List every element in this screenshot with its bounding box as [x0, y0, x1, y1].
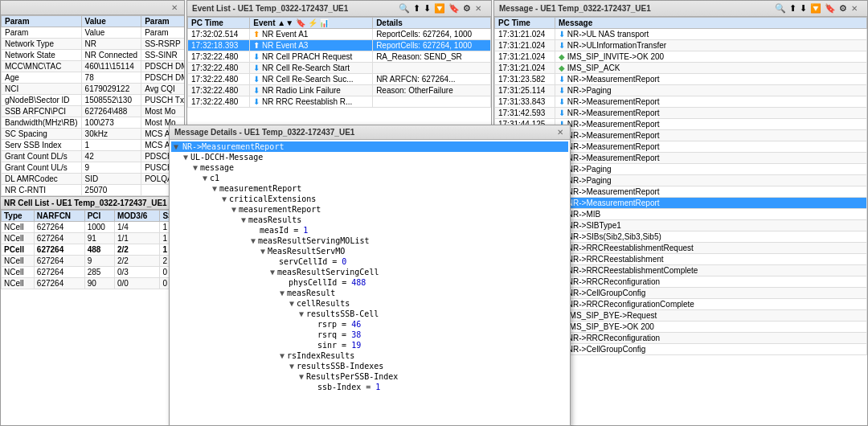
right-panel-close-icon[interactable]: ✕ — [850, 4, 859, 13]
tree-node-label[interactable]: ResultsPerSSB-Index — [306, 372, 398, 381]
msg-down-icon[interactable]: ⬇ — [799, 2, 808, 14]
tree-toggle-icon[interactable]: ▼ — [277, 351, 287, 360]
tree-node[interactable]: rsrq = 38 — [171, 330, 568, 340]
message-row[interactable]: 17:31:23.582⬇ NR->MeasurementReport — [495, 74, 867, 85]
msg-settings-icon[interactable]: ⚙ — [838, 2, 848, 14]
event-filter-icon[interactable]: 🔽 — [433, 2, 446, 14]
tree-container[interactable]: ▼ NR->MeasurementReport▼ UL-DCCH-Message… — [170, 140, 570, 425]
tree-node[interactable]: measId = 1 — [171, 225, 568, 236]
tree-node-label[interactable]: message — [200, 163, 234, 172]
msg-search-icon[interactable]: 🔍 — [774, 2, 787, 14]
tree-node[interactable]: ▼ NR->MeasurementReport — [171, 141, 568, 152]
event-row[interactable]: 17:32:02.514⬆ NR Event A1ReportCells: 62… — [188, 29, 491, 40]
tree-node[interactable]: ▼ cellResults — [171, 298, 568, 309]
nr-cell-row[interactable]: NCell62726492/22 — [2, 256, 184, 267]
nr-cell-row[interactable]: NCell627264900/00 — [2, 278, 184, 289]
tree-node[interactable]: ▼ MeasResultServMO — [171, 246, 568, 256]
tree-toggle-icon[interactable]: ▼ — [297, 372, 306, 381]
message-row[interactable]: 17:31:21.024◆ IMS_SIP_ACK — [495, 63, 867, 74]
message-row[interactable]: 17:31:33.843⬇ NR->MeasurementReport — [495, 96, 867, 108]
tree-node[interactable]: ▼ measResult — [171, 288, 568, 298]
event-row[interactable]: 17:32:22.480⬇ NR Radio Link FailureReaso… — [188, 85, 491, 96]
tree-node-label[interactable]: measResults — [248, 215, 301, 224]
tree-toggle-icon[interactable]: ▼ — [239, 215, 248, 224]
tree-node[interactable]: ▼ criticalExtensions — [171, 194, 568, 204]
tree-toggle-icon[interactable]: ▼ — [248, 236, 258, 245]
tree-node-label[interactable]: c1 — [210, 174, 219, 182]
tree-node[interactable]: ▼ ResultsPerSSB-Index — [171, 371, 568, 382]
tree-node[interactable]: ssb-Index = 1 — [171, 382, 568, 392]
tree-node[interactable]: servCellId = 0 — [171, 256, 568, 267]
tree-node-label[interactable]: measResultServingCell — [277, 268, 379, 276]
tree-node-label[interactable]: rsIndexResults — [287, 351, 354, 360]
event-down-icon[interactable]: ⬇ — [423, 2, 432, 14]
tree-toggle-icon[interactable]: ▼ — [287, 362, 297, 371]
tree-toggle-icon[interactable]: ▼ — [277, 289, 287, 297]
tree-node-label[interactable]: measId = 1 — [260, 226, 308, 235]
event-up-icon[interactable]: ⬆ — [412, 2, 421, 14]
tree-node-label[interactable]: rsrp = 46 — [317, 320, 361, 329]
event-row[interactable]: 17:32:18.393⬆ NR Event A3ReportCells: 62… — [188, 40, 491, 51]
tree-node-label[interactable]: physCellId = 488 — [289, 278, 366, 287]
tree-node-label[interactable]: NR->MeasurementReport — [181, 142, 285, 151]
msg-details-close-icon[interactable]: ✕ — [555, 128, 565, 137]
tree-toggle-icon[interactable]: ▼ — [210, 184, 219, 193]
tree-node-label[interactable]: measurementReport — [219, 184, 301, 193]
nr-cell-row[interactable]: NCell62726410001/41 — [2, 222, 184, 233]
tree-node[interactable]: ▼ resultsSSB-Cell — [171, 309, 568, 319]
nr-cell-row[interactable]: PCell6272644882/21 — [2, 244, 184, 256]
message-row[interactable]: 17:31:21.024⬇ NR->ULInformationTransfer — [495, 40, 867, 51]
msg-filter-icon[interactable]: 🔽 — [809, 2, 822, 14]
event-row[interactable]: 17:32:22.480⬇ NR Cell Re-Search Start — [188, 63, 491, 74]
msg-up-icon[interactable]: ⬆ — [788, 2, 797, 14]
tree-node-label[interactable]: ssb-Index = 1 — [317, 383, 380, 391]
event-row[interactable]: 17:32:22.480⬇ NR Cell PRACH RequestRA_Re… — [188, 51, 491, 63]
tree-node-label[interactable]: measResultServingMOList — [258, 236, 369, 245]
event-bookmark-icon[interactable]: 🔖 — [448, 2, 461, 14]
tree-node[interactable]: ▼ c1 — [171, 173, 568, 183]
tree-toggle-icon[interactable]: ▼ — [268, 268, 277, 276]
event-search-icon[interactable]: 🔍 — [398, 2, 411, 14]
tree-node[interactable]: ▼ measResultServingCell — [171, 267, 568, 277]
tree-node[interactable]: ▼ UL-DCCH-Message — [171, 152, 568, 162]
left-panel-close-icon[interactable]: ✕ — [170, 3, 179, 12]
tree-toggle-icon[interactable]: ▼ — [219, 195, 229, 203]
nr-cell-row[interactable]: NCell6272642850/30 — [2, 267, 184, 278]
event-row[interactable]: 17:32:22.480⬇ NR RRC Reestablish R... — [188, 96, 491, 108]
tree-node-label[interactable]: MeasResultServMO — [268, 247, 345, 256]
tree-node-label[interactable]: rsrq = 38 — [317, 330, 361, 339]
tree-node[interactable]: ▼ message — [171, 162, 568, 173]
tree-node[interactable]: ▼ resultsSSB-Indexes — [171, 361, 568, 371]
middle-panel-close-icon[interactable]: ✕ — [473, 4, 483, 13]
message-row[interactable]: 17:31:25.114⬇ NR->Paging — [495, 85, 867, 96]
event-row[interactable]: 17:32:22.480⬇ NR Cell Re-Search Suc...NR… — [188, 74, 491, 85]
tree-toggle-icon[interactable]: ▼ — [171, 142, 181, 151]
tree-node-label[interactable]: criticalExtensions — [229, 195, 316, 203]
tree-node-label[interactable]: sinr = 19 — [317, 341, 361, 350]
tree-node-label[interactable]: measurementReport — [239, 205, 321, 214]
msg-bookmark-icon[interactable]: 🔖 — [824, 2, 837, 14]
tree-node-label[interactable]: measResult — [287, 289, 335, 297]
tree-node[interactable]: rsrp = 46 — [171, 319, 568, 330]
tree-node[interactable]: physCellId = 488 — [171, 277, 568, 288]
tree-node-label[interactable]: cellResults — [297, 299, 350, 308]
tree-toggle-icon[interactable]: ▼ — [258, 247, 268, 256]
nr-cell-row[interactable]: NCell627264911/11 — [2, 233, 184, 244]
tree-node[interactable]: ▼ measResultServingMOList — [171, 236, 568, 246]
tree-toggle-icon[interactable]: ▼ — [181, 153, 190, 162]
tree-toggle-icon[interactable]: ▼ — [287, 299, 297, 308]
tree-toggle-icon[interactable]: ▼ — [190, 163, 200, 172]
tree-node[interactable]: ▼ measResults — [171, 215, 568, 225]
event-settings-icon[interactable]: ⚙ — [462, 2, 472, 14]
tree-toggle-icon[interactable]: ▼ — [200, 174, 210, 182]
tree-node-label[interactable]: UL-DCCH-Message — [190, 153, 263, 162]
nr-cell-scroll[interactable]: Type NARFCN PCI MOD3/6 SSI NCell62726410… — [1, 210, 184, 425]
tree-node[interactable]: ▼ measurementReport — [171, 183, 568, 194]
message-row[interactable]: 17:31:42.593⬇ NR->MeasurementReport — [495, 108, 867, 119]
tree-node[interactable]: sinr = 19 — [171, 340, 568, 350]
tree-node[interactable]: ▼ measurementReport — [171, 204, 568, 215]
tree-node-label[interactable]: resultsSSB-Indexes — [297, 362, 383, 371]
tree-toggle-icon[interactable]: ▼ — [229, 205, 239, 214]
tree-toggle-icon[interactable]: ▼ — [297, 309, 306, 318]
tree-node-label[interactable]: servCellId = 0 — [279, 257, 346, 266]
